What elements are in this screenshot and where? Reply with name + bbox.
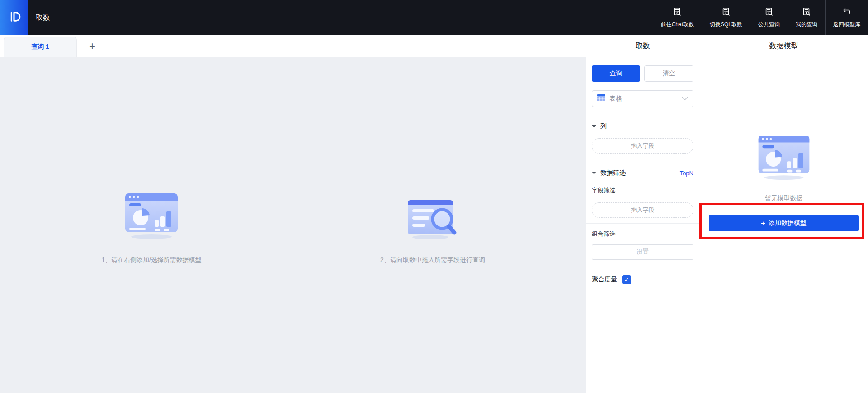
columns-section-label: 列 — [600, 122, 607, 131]
work-area: 查询 1 + — [0, 35, 586, 393]
run-query-button[interactable]: 查询 — [592, 66, 640, 82]
query-panel-title: 取数 — [586, 35, 699, 57]
field-filter-label: 字段筛选 — [592, 187, 693, 195]
page-title: 取数 — [36, 0, 50, 35]
combo-filter-settings-button[interactable]: 设置 — [592, 244, 693, 260]
plus-icon: + — [761, 220, 765, 227]
data-model-panel-body: 暂无模型数据 + 添加数据模型 — [699, 57, 868, 393]
add-tab-button[interactable]: + — [89, 41, 95, 51]
data-filter-section-label: 数据筛选 — [600, 169, 626, 177]
nav-item-my-query[interactable]: 我的查询 — [788, 0, 825, 35]
empty-model-illustration-icon — [758, 135, 810, 182]
hint-step-2: 2、请向取数中拖入所需字段进行查询 — [380, 256, 485, 264]
query-canvas: 1、请在右侧添加/选择所需数据模型 — [0, 57, 586, 393]
doc-search-icon — [802, 7, 811, 19]
dashboard-illustration-icon — [125, 193, 178, 242]
query-panel-body: 查询 清空 表格 列 拖入字段 — [586, 57, 699, 393]
hint-step-1: 1、请在右侧添加/选择所需数据模型 — [101, 256, 202, 264]
logo-d-icon — [6, 9, 22, 26]
nav-item-back-to-models[interactable]: 返回模型库 — [825, 0, 868, 35]
topn-link[interactable]: TopN — [680, 170, 693, 177]
columns-section-header[interactable]: 列 — [592, 122, 693, 131]
divider — [586, 223, 699, 224]
data-model-panel: 数据模型 — [699, 35, 868, 393]
nav-item-public-query[interactable]: 公共查询 — [750, 0, 788, 35]
chevron-down-icon — [682, 97, 688, 101]
return-arrow-icon — [842, 7, 852, 19]
divider — [586, 293, 699, 293]
empty-model-text: 暂无模型数据 — [699, 194, 868, 202]
query-config-panel: 取数 查询 清空 表格 — [586, 35, 699, 393]
tab-label: 查询 1 — [31, 43, 49, 51]
doc-search-icon — [764, 7, 774, 19]
caret-down-icon — [592, 172, 596, 174]
nav-item-label: 公共查询 — [758, 21, 780, 28]
nav-item-sql-query[interactable]: 切换SQL取数 — [702, 0, 750, 35]
chart-type-value: 表格 — [609, 95, 622, 103]
caret-down-icon — [592, 125, 596, 128]
aggregate-measure-checkbox[interactable]: ✓ — [622, 275, 631, 284]
app-header: 取数 前往Chat取数 切换SQL — [0, 0, 868, 35]
aggregate-measure-row: 聚合度量 ✓ — [592, 275, 693, 284]
data-model-panel-title: 数据模型 — [699, 35, 868, 57]
add-data-model-label: 添加数据模型 — [769, 219, 807, 227]
clear-button[interactable]: 清空 — [644, 66, 693, 82]
chart-type-select[interactable]: 表格 — [592, 90, 693, 107]
divider — [586, 268, 699, 268]
columns-drop-zone[interactable]: 拖入字段 — [592, 138, 693, 154]
aggregate-measure-label: 聚合度量 — [592, 276, 617, 284]
nav-item-label: 返回模型库 — [833, 21, 860, 28]
add-data-model-button[interactable]: + 添加数据模型 — [709, 215, 859, 231]
search-fields-illustration-icon — [407, 198, 461, 242]
query-action-row: 查询 清空 — [592, 66, 693, 82]
combo-filter-label: 组合筛选 — [592, 230, 693, 238]
divider — [586, 162, 699, 162]
doc-search-icon — [721, 7, 731, 19]
table-icon — [597, 94, 605, 103]
main-area: 查询 1 + — [0, 35, 868, 393]
nav-item-label: 我的查询 — [796, 21, 817, 28]
nav-item-label: 切换SQL取数 — [710, 21, 742, 28]
header-nav: 前往Chat取数 切换SQL取数 — [653, 0, 868, 35]
nav-item-chat-query[interactable]: 前往Chat取数 — [653, 0, 702, 35]
data-filter-section-header[interactable]: 数据筛选 TopN — [592, 169, 693, 177]
nav-item-label: 前往Chat取数 — [661, 21, 694, 28]
query-tab-bar: 查询 1 + — [0, 35, 586, 57]
doc-search-icon — [672, 7, 682, 19]
app-logo[interactable] — [0, 0, 28, 35]
tab-query-1[interactable]: 查询 1 — [4, 37, 77, 57]
field-filter-drop-zone[interactable]: 拖入字段 — [592, 202, 693, 218]
